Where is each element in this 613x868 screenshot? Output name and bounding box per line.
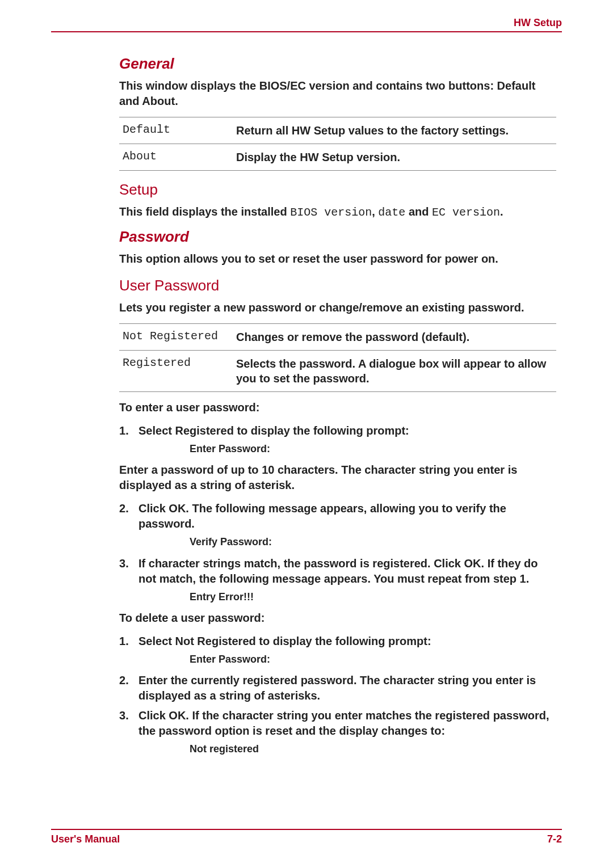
list-item: Select Registered to display the followi… bbox=[133, 423, 556, 456]
text: . bbox=[500, 205, 503, 218]
heading-setup: Setup bbox=[119, 181, 556, 199]
list-item: Click OK. If the character string you en… bbox=[133, 708, 556, 756]
page-header: HW Setup bbox=[51, 17, 562, 32]
table-row: Not Registered Changes or remove the pas… bbox=[119, 324, 556, 351]
text-bold: Not Registered bbox=[175, 635, 255, 647]
cell-val: Return all HW Setup values to the factor… bbox=[233, 117, 556, 144]
page-footer: User's Manual 7-2 bbox=[51, 829, 562, 845]
mono-text: date bbox=[378, 206, 405, 219]
enter-steps: Select Registered to display the followi… bbox=[133, 423, 556, 456]
mono-text: EC version bbox=[432, 206, 500, 219]
delete-steps: Select Not Registered to display the fol… bbox=[133, 634, 556, 756]
heading-general: General bbox=[119, 55, 556, 73]
text: to display the following prompt: bbox=[256, 635, 431, 647]
text: Click bbox=[138, 709, 169, 722]
setup-line: This field displays the installed BIOS v… bbox=[119, 204, 556, 220]
cell-val: Changes or remove the password (default)… bbox=[233, 324, 556, 351]
text: . The following message appears, allowin… bbox=[138, 502, 506, 530]
enter-lead: To enter a user password: bbox=[119, 400, 556, 415]
prompt-text: Enter Password: bbox=[190, 652, 556, 666]
text: , bbox=[372, 205, 378, 218]
footer-left: User's Manual bbox=[51, 833, 120, 845]
userpass-intro: Lets you register a new password or chan… bbox=[119, 300, 556, 315]
text: and bbox=[405, 205, 432, 218]
content-area: General This window displays the BIOS/EC… bbox=[119, 55, 556, 756]
list-item: Click OK. The following message appears,… bbox=[133, 501, 556, 549]
text: Enter the currently registered password.… bbox=[138, 674, 536, 702]
text-bold: OK bbox=[464, 557, 481, 570]
text: Select bbox=[138, 424, 175, 437]
heading-user-password: User Password bbox=[119, 277, 556, 294]
prompt-text: Enter Password: bbox=[190, 442, 556, 456]
general-table: Default Return all HW Setup values to th… bbox=[119, 117, 556, 171]
list-item: Select Not Registered to display the fol… bbox=[133, 634, 556, 666]
cell-key: About bbox=[119, 144, 233, 171]
password-intro: This option allows you to set or reset t… bbox=[119, 251, 556, 267]
text-bold: Registered bbox=[175, 424, 233, 437]
cell-key: Not Registered bbox=[119, 324, 233, 351]
table-row: About Display the HW Setup version. bbox=[119, 144, 556, 171]
text: If character strings match, the password… bbox=[138, 557, 464, 570]
list-item: Enter the currently registered password.… bbox=[133, 673, 556, 703]
text: Click bbox=[138, 502, 169, 515]
text: . If the character string you enter matc… bbox=[138, 709, 549, 737]
enter-after1: Enter a password of up to 10 characters.… bbox=[119, 462, 556, 493]
footer-right: 7-2 bbox=[547, 833, 562, 845]
enter-steps-cont: Click OK. The following message appears,… bbox=[133, 501, 556, 604]
mono-text: BIOS version bbox=[290, 206, 372, 219]
header-title: HW Setup bbox=[514, 17, 562, 28]
prompt-text: Entry Error!!! bbox=[190, 590, 556, 604]
cell-val: Selects the password. A dialogue box wil… bbox=[233, 351, 556, 392]
list-item: If character strings match, the password… bbox=[133, 556, 556, 604]
cell-key: Default bbox=[119, 117, 233, 144]
cell-key: Registered bbox=[119, 351, 233, 392]
userpass-table: Not Registered Changes or remove the pas… bbox=[119, 323, 556, 392]
general-intro: This window displays the BIOS/EC version… bbox=[119, 78, 556, 109]
text: This field displays the installed bbox=[119, 205, 290, 218]
text-bold: OK bbox=[169, 709, 186, 722]
table-row: Default Return all HW Setup values to th… bbox=[119, 117, 556, 144]
heading-password: Password bbox=[119, 228, 556, 246]
table-row: Registered Selects the password. A dialo… bbox=[119, 351, 556, 392]
cell-val: Display the HW Setup version. bbox=[233, 144, 556, 171]
prompt-text: Verify Password: bbox=[190, 535, 556, 549]
delete-lead: To delete a user password: bbox=[119, 610, 556, 626]
text: to display the following prompt: bbox=[234, 424, 409, 437]
text: Select bbox=[138, 635, 175, 647]
text-bold: OK bbox=[169, 502, 186, 515]
prompt-text: Not registered bbox=[190, 742, 556, 756]
